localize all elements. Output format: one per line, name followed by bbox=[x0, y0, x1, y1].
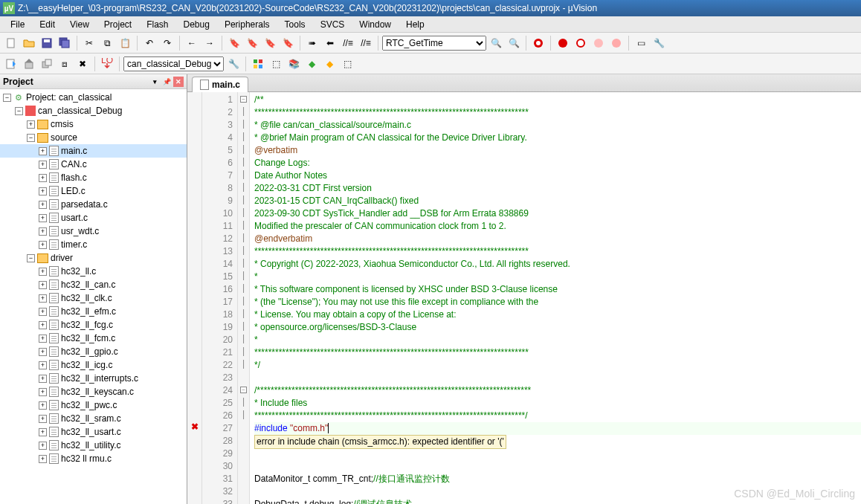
stop-build-button[interactable]: ✖ bbox=[74, 56, 91, 72]
menu-svcs[interactable]: SVCS bbox=[313, 18, 352, 31]
file-item[interactable]: +hc32_ll.c bbox=[0, 265, 187, 278]
group-source[interactable]: −source bbox=[0, 131, 187, 144]
undo-button[interactable]: ↶ bbox=[141, 35, 158, 51]
file-item[interactable]: +hc32_ll_keyscan.c bbox=[0, 385, 187, 398]
batch-build-button[interactable]: ⧈ bbox=[57, 56, 73, 72]
download-button[interactable]: LOAD bbox=[99, 56, 115, 72]
file-item[interactable]: +parsedata.c bbox=[0, 198, 187, 211]
menu-edit[interactable]: Edit bbox=[32, 18, 62, 31]
menu-debug[interactable]: Debug bbox=[176, 18, 217, 31]
expand-icon[interactable]: + bbox=[27, 120, 35, 129]
file-item[interactable]: +hc32_ll_fcm.c bbox=[0, 332, 187, 345]
target-combo[interactable]: can_classical_Debug bbox=[123, 56, 224, 71]
menu-peripherals[interactable]: Peripherals bbox=[217, 18, 277, 31]
tab-main-c[interactable]: main.c bbox=[192, 77, 248, 92]
menu-file[interactable]: File bbox=[3, 18, 32, 31]
options-button[interactable]: 🔧 bbox=[225, 56, 242, 72]
menu-tools[interactable]: Tools bbox=[277, 18, 313, 31]
project-root[interactable]: −⚙Project: can_classical bbox=[0, 91, 187, 104]
pane-dropdown-icon[interactable]: ▾ bbox=[149, 77, 160, 87]
save-button[interactable] bbox=[39, 35, 55, 51]
target-node[interactable]: −can_classical_Debug bbox=[0, 104, 187, 117]
project-tree[interactable]: −⚙Project: can_classical −can_classical_… bbox=[0, 89, 187, 504]
file-item[interactable]: +hc32 ll rmu.c bbox=[0, 452, 187, 465]
find-in-files-button[interactable]: 🔍 bbox=[506, 35, 522, 51]
simulator-button[interactable]: ⬚ bbox=[339, 56, 355, 72]
svg-rect-13 bbox=[259, 59, 262, 63]
bookmark-clear-button[interactable]: 🔖 bbox=[280, 35, 296, 51]
pane-pin-icon[interactable]: 📌 bbox=[161, 77, 172, 87]
books-button[interactable]: 📚 bbox=[286, 56, 302, 72]
file-item[interactable]: +usr_wdt.c bbox=[0, 224, 187, 238]
file-item[interactable]: +usart.c bbox=[0, 211, 187, 224]
error-marker-icon[interactable]: ✖ bbox=[187, 421, 201, 433]
bookmark-next-button[interactable]: 🔖 bbox=[262, 35, 278, 51]
find-combo[interactable]: RTC_GetTime bbox=[382, 36, 486, 51]
pack-button[interactable]: ◆ bbox=[303, 56, 320, 72]
menu-window[interactable]: Window bbox=[352, 18, 399, 31]
open-button[interactable] bbox=[21, 35, 37, 51]
manage-button[interactable] bbox=[250, 56, 266, 72]
expand-icon[interactable]: + bbox=[39, 147, 47, 155]
code-text[interactable]: /** ************************************… bbox=[250, 92, 861, 504]
copy-button[interactable]: ⧉ bbox=[99, 35, 115, 51]
fold-icon[interactable]: − bbox=[240, 96, 247, 103]
rte-button[interactable]: ◆ bbox=[321, 56, 338, 72]
bookmark-button[interactable]: 🔖 bbox=[226, 35, 242, 51]
menu-project[interactable]: Project bbox=[97, 18, 139, 31]
bookmark-prev-button[interactable]: 🔖 bbox=[244, 35, 260, 51]
comment-button[interactable]: //≡ bbox=[340, 35, 356, 51]
menu-flash[interactable]: Flash bbox=[139, 18, 175, 31]
breakpoint-kill-button[interactable] bbox=[608, 35, 625, 51]
expand-icon[interactable]: − bbox=[27, 134, 35, 142]
file-item[interactable]: +flash.c bbox=[0, 171, 187, 184]
file-item[interactable]: +hc32_ll_icg.c bbox=[0, 358, 187, 372]
fold-margin[interactable]: − ||||||||||||||||||||| − || bbox=[238, 92, 250, 504]
rebuild-button[interactable] bbox=[39, 56, 55, 72]
file-item[interactable]: +hc32_ll_fcg.c bbox=[0, 318, 187, 332]
expand-icon[interactable]: − bbox=[3, 94, 11, 102]
nav-fwd-button[interactable]: → bbox=[201, 35, 218, 51]
file-item[interactable]: +LED.c bbox=[0, 184, 187, 198]
file-item[interactable]: +hc32_ll_sram.c bbox=[0, 412, 187, 425]
window-button[interactable]: ▭ bbox=[633, 35, 649, 51]
nav-back-button[interactable]: ← bbox=[184, 35, 200, 51]
file-item[interactable]: +hc32_ll_efm.c bbox=[0, 305, 187, 318]
breakpoint-enable-button[interactable] bbox=[573, 35, 589, 51]
pane-close-icon[interactable]: ✕ bbox=[173, 77, 184, 87]
fold-icon[interactable]: − bbox=[240, 387, 247, 393]
menu-help[interactable]: Help bbox=[399, 18, 432, 31]
build-button[interactable] bbox=[21, 56, 37, 72]
expand-icon[interactable]: − bbox=[15, 107, 23, 115]
expand-icon[interactable]: − bbox=[27, 254, 35, 262]
cut-button[interactable]: ✂ bbox=[81, 35, 97, 51]
group-cmsis[interactable]: +cmsis bbox=[0, 117, 187, 131]
paste-button[interactable]: 📋 bbox=[117, 35, 133, 51]
file-item[interactable]: +hc32_ll_utility.c bbox=[0, 439, 187, 452]
code-area[interactable]: ✖ 12345678910111213141516171819202122232… bbox=[187, 92, 861, 504]
uncomment-button[interactable]: //≡ bbox=[358, 35, 374, 51]
redo-button[interactable]: ↷ bbox=[159, 35, 175, 51]
debug-button[interactable] bbox=[530, 35, 546, 51]
file-item[interactable]: +timer.c bbox=[0, 238, 187, 251]
file-main-c[interactable]: +main.c bbox=[0, 144, 187, 158]
find-button[interactable]: 🔍 bbox=[488, 35, 504, 51]
file-item[interactable]: +hc32_ll_gpio.c bbox=[0, 345, 187, 358]
translate-button[interactable] bbox=[3, 56, 19, 72]
file-ext-button[interactable]: ⬚ bbox=[268, 56, 284, 72]
file-item[interactable]: +hc32_ll_interrupts.c bbox=[0, 372, 187, 385]
group-driver[interactable]: −driver bbox=[0, 251, 187, 265]
config-button[interactable]: 🔧 bbox=[651, 35, 667, 51]
file-item[interactable]: +hc32_ll_can.c bbox=[0, 278, 187, 291]
breakpoint-disable-button[interactable] bbox=[590, 35, 607, 51]
indent-button[interactable]: ➠ bbox=[304, 35, 320, 51]
menu-view[interactable]: View bbox=[62, 18, 97, 31]
file-item[interactable]: +hc32_ll_pwc.c bbox=[0, 398, 187, 412]
breakpoint-insert-button[interactable] bbox=[555, 35, 571, 51]
file-item[interactable]: +CAN.c bbox=[0, 158, 187, 171]
file-item[interactable]: +hc32_ll_clk.c bbox=[0, 291, 187, 305]
file-item[interactable]: +hc32_ll_usart.c bbox=[0, 425, 187, 439]
new-button[interactable] bbox=[3, 35, 19, 51]
outdent-button[interactable]: ⬅ bbox=[322, 35, 338, 51]
saveall-button[interactable] bbox=[57, 35, 73, 51]
